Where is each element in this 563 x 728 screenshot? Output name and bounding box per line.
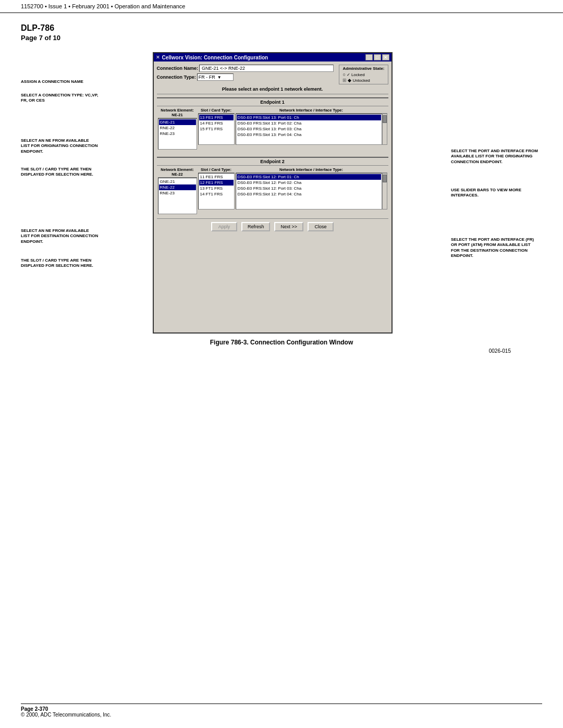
unlocked-label: Unlocked bbox=[352, 78, 370, 83]
locked-checkmark-icon: ✓ bbox=[347, 72, 350, 77]
ne1-item-2[interactable]: RNE-23 bbox=[159, 131, 196, 137]
iface2-item-1[interactable]: DS0-E0 FRS:Slot 12: Port 02: Cha bbox=[237, 180, 381, 186]
endpoint2-content: Network Element: NE-22 GNE-21 RNE-22 RNE… bbox=[157, 166, 388, 215]
slot2-listbox[interactable]: 11 FE1 FRS 12 FE1 FRS 13 FT1 FRS 14 FT1 … bbox=[198, 173, 235, 209]
close-button-window[interactable]: Close bbox=[308, 222, 334, 231]
locked-row: ○ ✓ Locked bbox=[342, 72, 384, 77]
slot1-item-2[interactable]: 15 FT1 FRS bbox=[199, 126, 234, 132]
annot-ne-from2: SELECT AN NE FROM AVAILABLE LIST FOR DES… bbox=[21, 228, 99, 244]
minimize-button[interactable]: _ bbox=[365, 54, 373, 60]
header-bar: 1152700 • Issue 1 • February 2001 • Oper… bbox=[0, 0, 563, 13]
annot-ne-from: SELECT AN NE FROM AVAILABLE LIST FOR ORI… bbox=[21, 138, 99, 154]
connection-type-row: Connection Type: FR - FR ▼ bbox=[157, 73, 334, 81]
slot2-item-2[interactable]: 13 FT1 FRS bbox=[199, 186, 234, 191]
footer-copyright: © 2000, ADC Telecommunications, Inc. bbox=[21, 712, 542, 718]
annot-select-port1: SELECT THE PORT AND INTERFACE FROM AVAIL… bbox=[451, 149, 540, 165]
slot1-item-0[interactable]: 13 FE1 FRS bbox=[199, 115, 234, 120]
apply-button[interactable]: Apply bbox=[211, 222, 237, 231]
close-x-icon[interactable]: ✕ bbox=[156, 55, 160, 60]
ne1-col-header: Network Element: NE-21 bbox=[158, 107, 197, 118]
connection-name-label: Connection Name: bbox=[157, 66, 199, 71]
slot1-col-header: Slot / Card Type: bbox=[198, 107, 235, 114]
annot-conn-type: SELECT A CONNECTION TYPE: VC,VP, FR, OR … bbox=[21, 93, 99, 104]
iface1-listbox[interactable]: DS0-E0 FRS:Slot 13: Port 01: Ch DS0-E0 F… bbox=[236, 114, 382, 145]
iface2-listbox[interactable]: DS0-E0 FRS:Slot 12: Port 01: Ch DS0-E0 F… bbox=[236, 173, 382, 209]
iface2-col: Network Interface / Interface Type: DS0-… bbox=[236, 167, 387, 214]
left-top: Connection Name: Connection Type: FR - F… bbox=[157, 65, 334, 81]
iface2-scrollbar-thumb bbox=[383, 175, 387, 182]
titlebar-controls: _ □ ✕ bbox=[365, 54, 389, 60]
dropdown-arrow-icon: ▼ bbox=[217, 75, 222, 80]
slot2-item-1[interactable]: 12 FE1 FRS bbox=[199, 180, 234, 186]
unlocked-diamond-icon: ◆ bbox=[348, 78, 351, 83]
iface1-item-0[interactable]: DS0-E0 FRS:Slot 13: Port 01: Ch bbox=[237, 115, 381, 120]
annot-slot-card2: THE SLOT / CARD TYPE ARE THEN DISPLAYED … bbox=[21, 258, 99, 269]
ne1-item-0[interactable]: GNE-21 bbox=[159, 119, 196, 125]
annot-conn-name: ASSIGN A CONNECTION NAME bbox=[21, 79, 99, 84]
slot1-listbox[interactable]: 13 FE1 FRS 14 FE1 FRS 15 FT1 FRS bbox=[198, 114, 235, 145]
iface1-with-scroll: DS0-E0 FRS:Slot 13: Port 01: Ch DS0-E0 F… bbox=[236, 114, 387, 145]
admin-state-label: Administrative State: bbox=[342, 66, 384, 71]
connection-name-input[interactable] bbox=[199, 65, 334, 72]
iface1-col: Network Interface / Interface Type: DS0-… bbox=[236, 107, 387, 150]
iface2-scrollbar[interactable] bbox=[382, 173, 387, 209]
admin-state-box: Administrative State: ○ ✓ Locked ⊞ ◆ Unl… bbox=[339, 65, 388, 84]
connection-type-value: FR - FR bbox=[199, 75, 215, 80]
button-row: Apply Refresh Next >> Close bbox=[157, 218, 388, 232]
ne1-listbox[interactable]: GNE-21 RNE-22 RNE-23 bbox=[158, 118, 197, 150]
endpoint1-content: Network Element: NE-21 GNE-21 RNE-22 RNE… bbox=[157, 106, 388, 151]
figure-number: 0026-015 bbox=[21, 348, 542, 354]
footer: Page 2-370 © 2000, ADC Telecommunication… bbox=[21, 704, 542, 718]
unlocked-row: ⊞ ◆ Unlocked bbox=[342, 78, 384, 83]
iface1-col-header: Network Interface / Interface Type: bbox=[236, 107, 387, 114]
window-title: Cellworx Vision: Connection Configuratio… bbox=[162, 55, 365, 60]
iface1-scrollbar[interactable] bbox=[382, 114, 387, 145]
slot2-col-header: Slot / Card Type: bbox=[198, 167, 235, 173]
diagram-area: ASSIGN A CONNECTION NAME SELECT A CONNEC… bbox=[21, 52, 542, 334]
iface2-col-header: Network Interface / Interface Type: bbox=[236, 167, 387, 173]
window-container: ✕ Cellworx Vision: Connection Configurat… bbox=[104, 52, 440, 334]
connection-name-row: Connection Name: bbox=[157, 65, 334, 72]
window-titlebar: ✕ Cellworx Vision: Connection Configurat… bbox=[154, 53, 391, 61]
slot2-item-0[interactable]: 11 FE1 FRS bbox=[199, 174, 234, 180]
figure-caption: Figure 786-3. Connection Configuration W… bbox=[21, 339, 542, 346]
ne2-item-2[interactable]: RNE-23 bbox=[159, 190, 196, 196]
connection-type-label: Connection Type: bbox=[157, 75, 196, 80]
unlocked-icon: ⊞ bbox=[342, 78, 347, 83]
ne2-col-header: Network Element: NE-22 bbox=[158, 167, 197, 178]
endpoint2-header: Endpoint 2 bbox=[157, 157, 388, 166]
close-button[interactable]: ✕ bbox=[382, 54, 389, 60]
iface2-item-2[interactable]: DS0-E0 FRS:Slot 12: Port 03: Cha bbox=[237, 186, 381, 191]
window-body: Connection Name: Connection Type: FR - F… bbox=[154, 61, 391, 236]
ne2-col: Network Element: NE-22 GNE-21 RNE-22 RNE… bbox=[158, 167, 197, 214]
header-text: 1152700 • Issue 1 • February 2001 • Oper… bbox=[21, 3, 185, 9]
maximize-button[interactable]: □ bbox=[374, 54, 381, 60]
ne1-item-1[interactable]: RNE-22 bbox=[159, 125, 196, 131]
iface1-item-2[interactable]: DS0-E0 FRS:Slot 13: Port 03: Cha bbox=[237, 126, 381, 132]
slot2-item-3[interactable]: 14 FT1 FRS bbox=[199, 191, 234, 197]
locked-label: Locked bbox=[351, 72, 365, 77]
iface1-item-1[interactable]: DS0-E0 FRS:Slot 13: Port 02: Cha bbox=[237, 120, 381, 126]
annot-slot-card: THE SLOT / CARD TYPE ARE THEN DISPLAYED … bbox=[21, 167, 99, 178]
slot1-col: Slot / Card Type: 13 FE1 FRS 14 FE1 FRS … bbox=[198, 107, 235, 150]
next-button[interactable]: Next >> bbox=[274, 222, 303, 231]
endpoint2-section: Endpoint 2 Network Element: NE-22 GNE-21… bbox=[157, 157, 388, 215]
endpoint1-header: Endpoint 1 bbox=[157, 97, 388, 106]
endpoint1-section: Endpoint 1 Network Element: NE-21 GNE-21… bbox=[157, 97, 388, 151]
ne2-item-0[interactable]: GNE-21 bbox=[159, 179, 196, 184]
iface2-item-3[interactable]: DS0-E0 FRS:Slot 12: Port 04: Cha bbox=[237, 191, 381, 197]
left-annotations: ASSIGN A CONNECTION NAME SELECT A CONNEC… bbox=[21, 52, 104, 334]
footer-page: Page 2-370 bbox=[21, 706, 542, 712]
ne2-item-1[interactable]: RNE-22 bbox=[159, 184, 196, 190]
connection-type-select[interactable]: FR - FR ▼ bbox=[197, 73, 234, 81]
locked-radio-icon: ○ bbox=[342, 72, 345, 77]
iface1-scrollbar-thumb bbox=[383, 115, 387, 123]
slot2-col: Slot / Card Type: 11 FE1 FRS 12 FE1 FRS … bbox=[198, 167, 235, 214]
slot1-item-1[interactable]: 14 FE1 FRS bbox=[199, 120, 234, 126]
ne2-listbox[interactable]: GNE-21 RNE-22 RNE-23 bbox=[158, 178, 197, 214]
iface1-item-3[interactable]: DS0-E0 FRS:Slot 13: Port 04: Cha bbox=[237, 132, 381, 138]
config-window: ✕ Cellworx Vision: Connection Configurat… bbox=[153, 52, 393, 334]
please-select-text: Please select an endpoint 1 network elem… bbox=[157, 87, 388, 94]
iface2-item-0[interactable]: DS0-E0 FRS:Slot 12: Port 01: Ch bbox=[237, 174, 381, 180]
refresh-button[interactable]: Refresh bbox=[241, 222, 271, 231]
